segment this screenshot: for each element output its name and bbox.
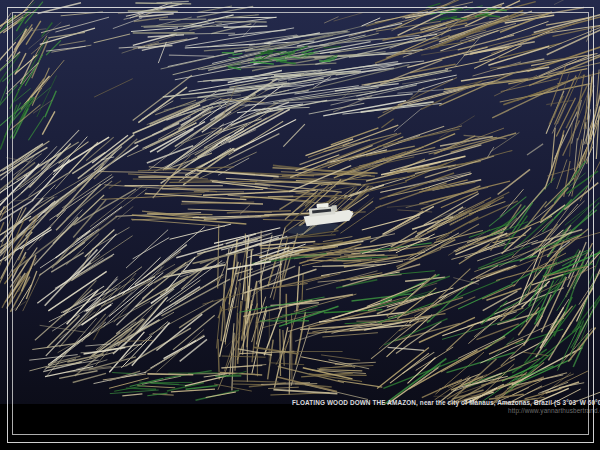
wallpaper: FLOATING WOOD DOWN THE AMAZON, near the …	[0, 0, 600, 450]
floating-logs-photo	[0, 0, 600, 404]
photo-caption: FLOATING WOOD DOWN THE AMAZON, near the …	[292, 399, 600, 414]
aerial-photo	[0, 0, 600, 404]
caption-url: http://www.yannarthusbertrand.org	[292, 407, 600, 414]
caption-title: FLOATING WOOD DOWN THE AMAZON, near the …	[292, 399, 600, 407]
